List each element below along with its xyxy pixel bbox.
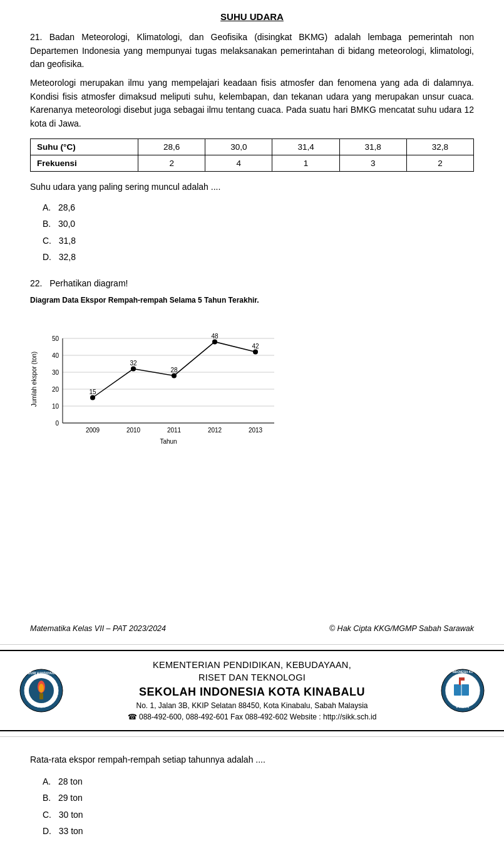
svg-rect-17 [454, 684, 461, 696]
q22-option-d: D. 33 ton [43, 823, 474, 840]
table-freq-1: 2 [138, 155, 205, 171]
table-col-label: Suhu (°C) [31, 138, 138, 155]
content-area: SUHU UDARA 21. Badan Meteorologi, Klimat… [0, 0, 504, 619]
x-label-2012: 2012 [208, 427, 222, 434]
svg-text:★ S I K K ★: ★ S I K K ★ [456, 706, 470, 709]
q22-question2: Rata-rata ekspor rempah-rempah setiap ta… [30, 753, 474, 767]
temperature-table: Suhu (°C) 28,6 30,0 31,4 31,8 32,8 Freku… [30, 138, 474, 172]
svg-rect-13 [39, 693, 43, 699]
table-temp-2: 30,0 [205, 138, 272, 155]
table-freq-5: 2 [406, 155, 473, 171]
x-label-2010: 2010 [126, 427, 141, 434]
chart-container: Diagram Data Ekspor Rempah-rempah Selama… [30, 296, 474, 451]
q22-number: 22. [30, 278, 42, 288]
q22-option-b: B. 29 ton [43, 790, 474, 807]
q22-option-a: A. 28 ton [43, 773, 474, 790]
q21-paragraph1: 21. Badan Meteorologi, Klimatologi, dan … [30, 31, 474, 71]
q21-option-a: A. 28,6 [43, 199, 474, 216]
y-axis-label: Jumlah ekspor (ton) [31, 351, 38, 406]
val-2010: 32 [130, 360, 137, 367]
q21-number: 21. [30, 32, 42, 42]
line-chart-svg: Jumlah ekspor (ton) 50 40 30 20 10 0 [30, 307, 274, 451]
q21-options: A. 28,6 B. 30,0 C. 31,8 D. 32,8 [30, 199, 474, 266]
table-temp-1: 28,6 [138, 138, 205, 155]
table-freq-3: 1 [272, 155, 339, 171]
y-label-0: 0 [55, 420, 59, 427]
divider-bottom [0, 736, 504, 737]
x-label-2009: 2009 [86, 427, 100, 434]
table-header-row: Suhu (°C) 28,6 30,0 31,4 31,8 32,8 [31, 138, 474, 155]
table-freq-2: 4 [205, 155, 272, 171]
q22-option-c: C. 30 ton [43, 807, 474, 823]
val-2012: 48 [211, 333, 219, 340]
school-logo-left: WURI HANDAYANI [19, 668, 64, 713]
point-2010 [131, 366, 136, 371]
x-label-2013: 2013 [249, 427, 263, 434]
school-address2: ☎ 088-492-600, 088-492-601 Fax 088-492-6… [74, 711, 430, 723]
table-freq-4: 3 [339, 155, 406, 171]
y-label-30: 30 [52, 369, 59, 376]
page-footer: Matematika Kelas VII – PAT 2023/2024 © H… [0, 619, 504, 639]
school-logo-right: INDONESIA KO ★ S I K K ★ [440, 668, 485, 713]
y-label-40: 40 [52, 352, 59, 359]
table-freq-row: Frekuensi 2 4 1 3 2 [31, 155, 474, 171]
q21-option-d: D. 32,8 [43, 249, 474, 266]
bottom-content: Rata-rata ekspor rempah-rempah setiap ta… [0, 742, 504, 846]
svg-text:INDONESIA KO: INDONESIA KO [453, 671, 473, 674]
table-temp-4: 31,8 [339, 138, 406, 155]
divider-top [0, 644, 504, 645]
school-line3: SEKOLAH INDONESIA KOTA KINABALU [74, 684, 430, 700]
section-title: SUHU UDARA [30, 11, 474, 22]
question-21: 21. Badan Meteorologi, Klimatologi, dan … [30, 31, 474, 266]
q21-option-b: B. 30,0 [43, 216, 474, 232]
y-label-10: 10 [52, 403, 59, 410]
school-info: KEMENTERIAN PENDIDIKAN, KEBUDAYAAN, RISE… [74, 659, 430, 723]
val-2009: 15 [89, 389, 96, 395]
q21-question: Suhu udara yang paling sering muncul ada… [30, 180, 474, 194]
q22-header: 22. Perhatikan diagram! [30, 277, 474, 291]
val-2011: 28 [170, 367, 178, 373]
q21-text1: Badan Meteorologi, Klimatologi, dan Geof… [30, 32, 474, 69]
x-axis-title: Tahun [160, 438, 177, 445]
point-2009 [90, 395, 95, 400]
chart-title: Diagram Data Ekspor Rempah-rempah Selama… [30, 296, 474, 305]
point-2011 [172, 373, 177, 378]
school-line2: RISET DAN TEKNOLOGI [74, 671, 430, 684]
x-label-2011: 2011 [167, 427, 182, 434]
footer-right: © Hak Cipta KKG/MGMP Sabah Sarawak [329, 624, 474, 633]
q21-option-c: C. 31,8 [43, 232, 474, 249]
svg-rect-18 [461, 684, 469, 696]
school-line1: KEMENTERIAN PENDIDIKAN, KEBUDAYAAN, [74, 659, 430, 671]
table-freq-label: Frekuensi [31, 155, 138, 171]
svg-point-12 [39, 684, 44, 692]
y-label-50: 50 [52, 335, 59, 342]
table-temp-5: 32,8 [406, 138, 473, 155]
svg-rect-21 [459, 677, 465, 681]
q22-text: Perhatikan diagram! [49, 278, 128, 288]
y-label-20: 20 [52, 386, 59, 393]
page: SUHU UDARA 21. Badan Meteorologi, Klimat… [0, 0, 504, 846]
school-header: WURI HANDAYANI KEMENTERIAN PENDIDIKAN, K… [0, 650, 504, 731]
point-2013 [253, 349, 258, 354]
footer-left: Matematika Kelas VII – PAT 2023/2024 [30, 624, 166, 633]
q21-paragraph2: Meteorologi merupakan ilmu yang mempelaj… [30, 76, 474, 131]
table-temp-3: 31,4 [272, 138, 339, 155]
school-address1: No. 1, Jalan 3B, KKIP Selatan 88450, Kot… [74, 700, 430, 711]
question-22: 22. Perhatikan diagram! Diagram Data Eks… [30, 277, 474, 451]
q22-options: A. 28 ton B. 29 ton C. 30 ton D. 33 ton [30, 773, 474, 840]
point-2012 [212, 339, 217, 344]
val-2013: 42 [252, 343, 259, 350]
svg-text:WURI HANDAYANI: WURI HANDAYANI [28, 671, 55, 675]
